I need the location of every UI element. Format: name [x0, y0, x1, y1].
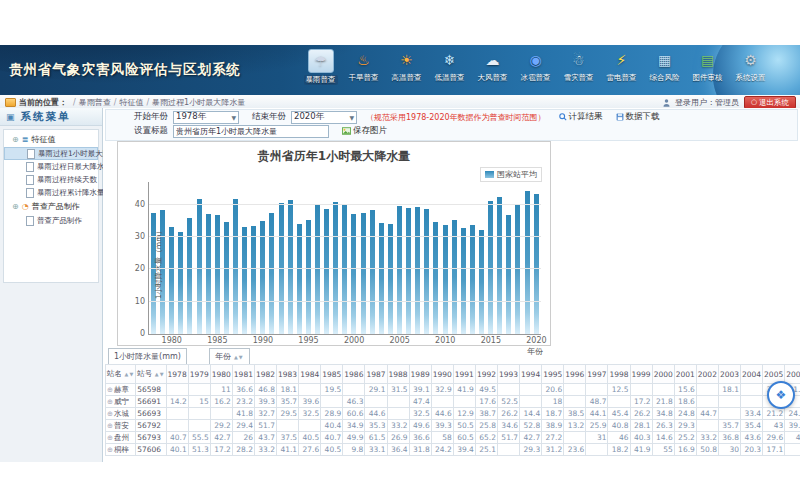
save-image-button[interactable]: 保存图片 — [342, 125, 387, 137]
column-header-year-1991[interactable]: 1991 — [453, 365, 475, 384]
calculate-button[interactable]: 计算结果 — [559, 111, 603, 123]
tree-expander-icon[interactable]: ⊕ — [12, 202, 19, 211]
bar-1993 — [288, 200, 293, 334]
toolbar-item-8[interactable]: ⚡雷电普查 — [602, 49, 641, 85]
column-header-year-1984[interactable]: 1984 — [299, 365, 321, 384]
value-cell: 15.6 — [674, 384, 696, 396]
value-cell — [343, 384, 365, 396]
toolbar-item-label: 暴雨普查 — [304, 75, 338, 85]
sidebar-item-1-2[interactable]: 暴雨过程日最大降水量 — [4, 160, 98, 173]
column-header-year-1999[interactable]: 1999 — [630, 365, 652, 384]
column-header-year-2002[interactable]: 2002 — [696, 365, 718, 384]
value-cell: 33.1 — [365, 444, 387, 456]
value-cell: 17.2 — [210, 444, 232, 456]
column-header-year-1978[interactable]: 1978 — [166, 365, 188, 384]
toolbar-item-2[interactable]: ♨干旱普查 — [344, 49, 383, 85]
column-header-year-1990[interactable]: 1990 — [431, 365, 453, 384]
toolbar-item-9[interactable]: ▦综合风险 — [645, 49, 684, 85]
column-header-year-1997-label: 1997 — [587, 370, 606, 379]
sidebar-item-2-1[interactable]: 普查产品制作 — [4, 214, 98, 227]
row-expander-icon[interactable]: ⊕ — [107, 422, 113, 430]
toolbar-item-3[interactable]: ☀高温普查 — [387, 49, 426, 85]
value-cell: 25.9 — [586, 420, 608, 432]
chart-title-input[interactable] — [173, 125, 329, 138]
sidebar-item-1-4[interactable]: 暴雨过程累计降水量 — [4, 186, 98, 199]
image-icon — [342, 127, 351, 135]
value-cell: 17.2 — [630, 396, 652, 408]
station-name-cell: ⊕盘州 — [106, 432, 136, 444]
measure-selector[interactable]: 1小时降水量(mm) — [108, 348, 187, 365]
column-header-year-1988[interactable]: 1988 — [387, 365, 409, 384]
bar-1987 — [233, 199, 238, 334]
column-header-year-1995[interactable]: 1995 — [542, 365, 564, 384]
column-header-year-1979[interactable]: 1979 — [188, 365, 210, 384]
sidebar-item-1-1[interactable]: 暴雨过程1小时最大降水量 — [4, 147, 98, 160]
tree-expander-icon[interactable]: ⊕ — [12, 135, 19, 144]
sidebar-item-1-3[interactable]: 暴雨过程持续天数 — [4, 173, 98, 186]
column-header-year-1987[interactable]: 1987 — [365, 365, 387, 384]
column-header-year-2000[interactable]: 2000 — [652, 365, 674, 384]
value-cell: 18.1 — [718, 384, 740, 396]
sort-arrows-icon[interactable]: ▲▼ — [122, 371, 134, 377]
column-header-year-1983[interactable]: 1983 — [277, 365, 299, 384]
column-header-year-1986[interactable]: 1986 — [343, 365, 365, 384]
gridline — [149, 268, 541, 269]
column-header-year-1989[interactable]: 1989 — [409, 365, 431, 384]
value-cell — [718, 408, 740, 420]
toolbar-item-7[interactable]: ☃雪灾普查 — [559, 49, 598, 85]
row-expander-icon[interactable]: ⊕ — [107, 434, 113, 442]
toolbar-item-1[interactable]: ☂暴雨普查 — [301, 49, 340, 85]
value-cell — [608, 396, 630, 408]
download-button[interactable]: 数据下载 — [616, 111, 660, 123]
toolbar-item-10[interactable]: ▤图件审核 — [688, 49, 727, 85]
toolbar-item-11[interactable]: ⚙系统设置 — [731, 49, 770, 85]
row-expander-icon[interactable]: ⊕ — [107, 446, 113, 454]
breadcrumb-item-1[interactable]: 暴雨普查 — [79, 98, 111, 107]
sidebar-title: ▣ 系统菜单 — [0, 108, 102, 126]
sort-arrows-icon[interactable]: ▲▼ — [152, 371, 164, 377]
end-year-select[interactable]: 2020年 ▼ — [291, 111, 357, 124]
column-header-year-2006[interactable]: 2006 — [785, 365, 800, 384]
breadcrumb-item-2[interactable]: 特征值 — [119, 98, 143, 107]
floating-widget-icon[interactable]: ❖ — [767, 381, 795, 409]
column-header-year-1997[interactable]: 1997 — [586, 365, 608, 384]
bar-2004 — [388, 224, 393, 334]
sidebar-group-2[interactable]: ⊕◔普查产品制作 — [4, 199, 98, 214]
column-header-year-1980[interactable]: 1980 — [210, 365, 232, 384]
sidebar-group-1[interactable]: ⊕≣特征值 — [4, 132, 98, 147]
toolbar-item-5[interactable]: ☁大风普查 — [473, 49, 512, 85]
column-header-year-2003[interactable]: 2003 — [718, 365, 740, 384]
value-cell — [564, 384, 586, 396]
column-header-station-name[interactable]: 站名 ▲▼ — [106, 365, 136, 384]
column-header-year-1985[interactable]: 1985 — [321, 365, 343, 384]
toolbar-item-6[interactable]: ◉冰雹普查 — [516, 49, 555, 85]
chart-legend[interactable]: 国家站平均 — [480, 167, 542, 182]
row-expander-icon[interactable]: ⊕ — [107, 398, 113, 406]
column-header-station-id[interactable]: 站号 ▲▼ — [136, 365, 166, 384]
toolbar-item-4[interactable]: ❄低温普查 — [430, 49, 469, 85]
row-expander-icon[interactable]: ⊕ — [107, 410, 113, 418]
start-year-select[interactable]: 1978年 ▼ — [173, 111, 239, 124]
hail-icon: ◉ — [524, 49, 548, 71]
column-header-year-1992[interactable]: 1992 — [475, 365, 497, 384]
x-tick-label: 1995 — [298, 336, 318, 345]
column-header-year-1982[interactable]: 1982 — [254, 365, 276, 384]
value-cell: 21.2 — [763, 408, 785, 420]
column-header-year-1996[interactable]: 1996 — [564, 365, 586, 384]
column-header-year-1986-label: 1986 — [344, 370, 363, 379]
breadcrumb-item-3[interactable]: 暴雨过程1小时最大降水量 — [152, 98, 245, 107]
value-cell: 49.5 — [475, 384, 497, 396]
legend-swatch — [485, 171, 494, 178]
column-header-year-2004[interactable]: 2004 — [741, 365, 763, 384]
column-header-year-1994[interactable]: 1994 — [520, 365, 542, 384]
x-tick-label: 1980 — [162, 336, 182, 345]
column-header-year-1991-label: 1991 — [455, 370, 474, 379]
pivot-year-selector[interactable]: 年份 ▲▼ — [209, 348, 250, 365]
column-header-year-1993[interactable]: 1993 — [497, 365, 519, 384]
column-header-year-1981[interactable]: 1981 — [232, 365, 254, 384]
column-header-year-1998[interactable]: 1998 — [608, 365, 630, 384]
row-expander-icon[interactable]: ⊕ — [107, 386, 113, 394]
bar-1997 — [324, 209, 329, 334]
snow-icon: ☃ — [567, 49, 591, 71]
column-header-year-2001[interactable]: 2001 — [674, 365, 696, 384]
